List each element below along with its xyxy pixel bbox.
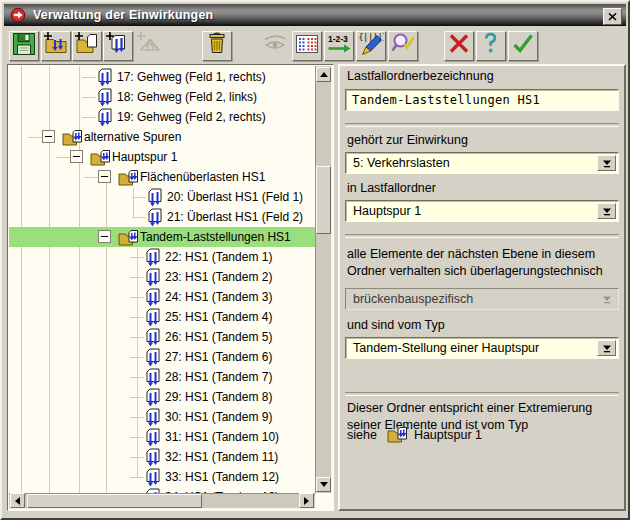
renumber-button[interactable]: 1-2-3 (324, 31, 354, 61)
tree-item[interactable]: 27: HS1 (Tandem 6) (9, 347, 315, 367)
titlebar[interactable]: Verwaltung der Einwirkungen (4, 4, 626, 26)
save-icon (11, 31, 37, 61)
delete-button[interactable] (202, 31, 232, 61)
tree-item[interactable]: 26: HS1 (Tandem 5) (9, 327, 315, 347)
tree-item[interactable]: 32: HS1 (Tandem 11) (9, 447, 315, 467)
tree-item[interactable]: Flächenüberlasten HS1 (9, 167, 315, 187)
collapse-minus-icon[interactable] (42, 130, 55, 143)
separator (345, 123, 619, 127)
rename-button[interactable]: {||||} (356, 31, 386, 61)
tree-item[interactable]: alternative Spuren (9, 127, 315, 147)
loadcase-icon (96, 68, 114, 88)
dropdown-button[interactable] (597, 340, 616, 356)
loadcase-icon (144, 408, 162, 428)
tree-item[interactable]: 20: Überlast HS1 (Feld 1) (9, 187, 315, 207)
collapse-minus-icon[interactable] (98, 230, 111, 243)
chevron-down-icon (602, 295, 612, 304)
eye-icon (262, 31, 288, 61)
tree-item[interactable]: 24: HS1 (Tandem 3) (9, 287, 315, 307)
loadcase-icon (144, 248, 162, 268)
tree-item[interactable]: 34: HS1 (Tandem 13) (9, 487, 315, 493)
scroll-left-button[interactable] (10, 493, 25, 508)
lastfallordner-select[interactable]: Hauptspur 1 (345, 200, 619, 222)
app-icon (10, 7, 26, 23)
loadcase-icon (96, 108, 114, 128)
tree-item[interactable]: 31: HS1 (Tandem 10) (9, 427, 315, 447)
collapse-minus-icon[interactable] (70, 150, 83, 163)
dropdown-button[interactable] (597, 203, 616, 219)
tree-connector-stub (82, 77, 96, 78)
tree-item-label: Flächenüberlasten HS1 (140, 167, 265, 187)
loadcase-icon (146, 188, 164, 208)
loadcase-add-icon (105, 31, 131, 61)
vertical-scrollbar-thumb[interactable] (316, 166, 331, 234)
einwirkung-select[interactable]: 5: Verkehrslasten (345, 152, 619, 174)
tree-item-label: 28: HS1 (Tandem 7) (165, 367, 272, 387)
tree-connector-stub (130, 437, 144, 438)
ok-button[interactable] (508, 31, 538, 61)
scroll-right-button[interactable] (299, 493, 314, 508)
copy-folder-button[interactable] (72, 31, 102, 61)
tree-item-label: 23: HS1 (Tandem 2) (165, 267, 272, 287)
tree-item-label: 22: HS1 (Tandem 1) (165, 247, 272, 267)
tree-connector-stub (130, 417, 144, 418)
dropdown-button (597, 291, 616, 307)
tree-item[interactable]: 29: HS1 (Tandem 8) (9, 387, 315, 407)
folder-icon (118, 228, 139, 248)
behavior-label: alle Elemente der nächsten Ebene in dies… (347, 246, 623, 280)
tree-item-label: 18: Gehweg (Feld 2, links) (117, 87, 257, 107)
new-loadcase-folder-button[interactable] (41, 31, 71, 61)
horizontal-scrollbar-thumb[interactable] (27, 494, 202, 508)
tree-item[interactable]: 30: HS1 (Tandem 9) (9, 407, 315, 427)
tree-item-label: 30: HS1 (Tandem 9) (165, 407, 272, 427)
new-loadcase-button[interactable] (103, 31, 133, 61)
loadcase-icon (144, 488, 162, 493)
svg-text:1-2-3: 1-2-3 (328, 34, 348, 44)
name-input[interactable] (345, 89, 619, 111)
tree-item[interactable]: Tandem-Laststellungen HS1 (9, 227, 315, 247)
close-button[interactable] (603, 8, 622, 25)
typ-label: und sind vom Typ (347, 318, 445, 332)
tree-connector-stub (56, 157, 70, 158)
typ-select[interactable]: Tandem-Stellung einer Hauptspur (345, 337, 619, 359)
tree-item[interactable]: 22: HS1 (Tandem 1) (9, 247, 315, 267)
tree-item[interactable]: 17: Gehweg (Feld 1, rechts) (9, 67, 315, 87)
tree-item[interactable]: 19: Gehweg (Feld 2, rechts) (9, 107, 315, 127)
folder-copy-icon (74, 31, 100, 61)
loadcase-tree: 17: Gehweg (Feld 1, rechts)18: Gehweg (F… (9, 66, 315, 493)
check-search-button[interactable] (388, 31, 418, 61)
ok-icon (510, 31, 536, 61)
collapse-minus-icon[interactable] (98, 170, 111, 183)
scroll-up-button[interactable] (316, 67, 331, 82)
table-button[interactable] (292, 31, 322, 61)
tree-item-label: 31: HS1 (Tandem 10) (165, 427, 279, 447)
close-icon (608, 13, 617, 21)
tree-item[interactable]: 25: HS1 (Tandem 4) (9, 307, 315, 327)
chevron-down-icon (602, 159, 612, 168)
separator (345, 392, 619, 396)
tree-item[interactable]: 33: HS1 (Tandem 12) (9, 467, 315, 487)
cancel-button[interactable] (444, 31, 474, 61)
loadcase-icon (144, 268, 162, 288)
arrow-right-icon (304, 497, 309, 505)
tree-connector-stub (82, 97, 96, 98)
help-button[interactable] (476, 31, 506, 61)
numbering-icon: 1-2-3 (326, 31, 352, 61)
trash-icon (204, 31, 230, 61)
tree-item-label: 20: Überlast HS1 (Feld 1) (167, 187, 303, 207)
tree-item-label: 32: HS1 (Tandem 11) (165, 447, 278, 467)
folder-icon (118, 168, 139, 188)
save-button[interactable] (9, 31, 39, 61)
properties-panel: Lastfallordnerbezeichnung gehört zur Ein… (338, 64, 626, 511)
tree-item[interactable]: 21: Überlast HS1 (Feld 2) (9, 207, 315, 227)
tree-item[interactable]: Hauptspur 1 (9, 147, 315, 167)
horizontal-scrollbar[interactable] (9, 493, 315, 509)
tree-item[interactable]: 28: HS1 (Tandem 7) (9, 367, 315, 387)
vertical-scrollbar[interactable] (315, 66, 332, 493)
scroll-down-button[interactable] (316, 477, 331, 492)
tree-item[interactable]: 23: HS1 (Tandem 2) (9, 267, 315, 287)
tree-item[interactable]: 18: Gehweg (Feld 2, links) (9, 87, 315, 107)
loadcase-icon (96, 88, 114, 108)
tree-item-label: 29: HS1 (Tandem 8) (165, 387, 272, 407)
dropdown-button[interactable] (597, 155, 616, 171)
